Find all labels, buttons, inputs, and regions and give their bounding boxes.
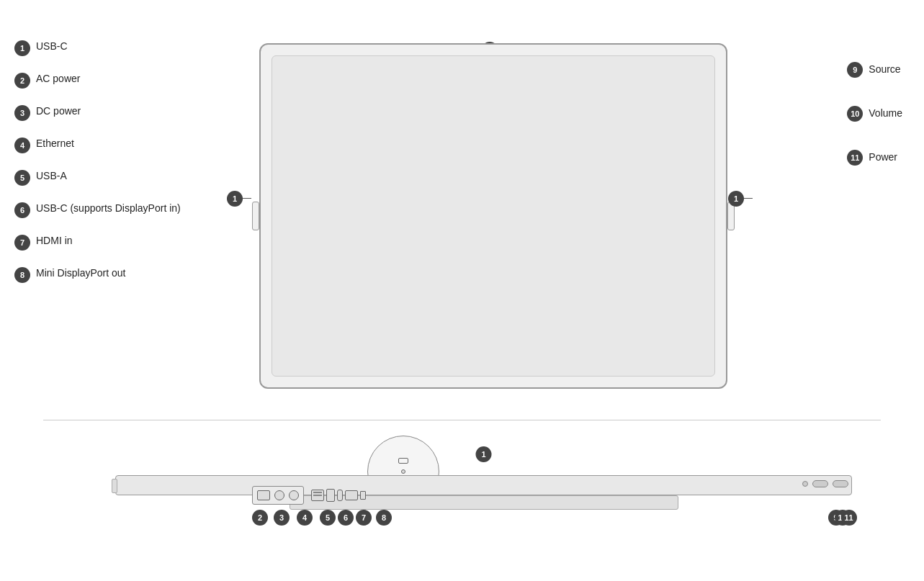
label-7: 7 HDMI in bbox=[14, 234, 181, 251]
badge-7: 7 bbox=[14, 235, 30, 251]
left-side-indicator bbox=[252, 202, 259, 230]
right-btn-2 bbox=[812, 480, 828, 487]
label-2: 2 AC power bbox=[14, 72, 181, 89]
bottom-section: 1 bbox=[0, 432, 924, 576]
bottom-diagram-badge-8: 8 bbox=[376, 510, 392, 526]
monitor-frame bbox=[259, 43, 727, 389]
bottom-diagram-badge-7: 7 bbox=[356, 510, 372, 526]
label-8: 8 Mini DisplayPort out bbox=[14, 266, 181, 283]
bottom-badge-item-11: 11 bbox=[848, 510, 849, 515]
left-edge-tab bbox=[112, 479, 117, 493]
diagram-badge-left: 1 bbox=[227, 191, 243, 207]
divider bbox=[43, 420, 881, 420]
right-btn-1 bbox=[802, 481, 808, 487]
dc-port-icon bbox=[274, 490, 284, 500]
page: 1 USB-C 2 AC power 3 DC power 4 Ethernet… bbox=[0, 0, 924, 581]
label-text-7: HDMI in bbox=[36, 234, 73, 247]
right-labels: 9 Source 10 Volume 11 Power bbox=[847, 61, 902, 166]
ac-port-icon bbox=[257, 490, 270, 500]
monitor-screen bbox=[272, 55, 715, 377]
badge-11: 11 bbox=[847, 150, 863, 166]
badge-5: 5 bbox=[14, 170, 30, 186]
badge-8: 8 bbox=[14, 267, 30, 283]
label-text-8: Mini DisplayPort out bbox=[36, 266, 126, 279]
top-section: 1 USB-C 2 AC power 3 DC power 4 Ethernet… bbox=[0, 11, 924, 414]
label-text-11: Power bbox=[869, 150, 897, 163]
label-6: 6 USB-C (supports DisplayPort in) bbox=[14, 202, 181, 218]
bottom-badge-item-5: 5 bbox=[318, 510, 338, 515]
label-text-9: Source bbox=[869, 63, 900, 76]
badge-9: 9 bbox=[847, 62, 863, 78]
ethernet-port-icon bbox=[311, 490, 324, 501]
monitor-diagram: 1 1 bbox=[245, 29, 735, 396]
bottom-badge-item-8: 8 bbox=[374, 510, 394, 515]
bottom-diagram-badge-5: 5 bbox=[320, 510, 336, 526]
label-4: 4 Ethernet bbox=[14, 137, 181, 153]
badge-3: 3 bbox=[14, 105, 30, 121]
badge-10: 10 bbox=[847, 106, 863, 122]
bottom-badge-item-2: 2 bbox=[248, 510, 272, 515]
label-text-2: AC power bbox=[36, 72, 80, 85]
right-edge-details bbox=[802, 480, 848, 487]
label-text-4: Ethernet bbox=[36, 137, 74, 150]
right-label-11: 11 Power bbox=[847, 149, 902, 166]
label-text-1: USB-C bbox=[36, 40, 68, 53]
label-text-10: Volume bbox=[869, 107, 902, 120]
right-label-10: 10 Volume bbox=[847, 105, 902, 122]
usbc-port-icon bbox=[337, 490, 343, 501]
label-text-3: DC power bbox=[36, 104, 81, 117]
minidp-port-icon bbox=[360, 491, 366, 500]
port-group-ac-dc bbox=[252, 486, 304, 505]
label-text-5: USB-A bbox=[36, 169, 67, 182]
bottom-diagram-badge-3: 3 bbox=[274, 510, 290, 526]
bottom-badges-row: 2 3 4 5 bbox=[248, 510, 394, 515]
bottom-badge-1-top: 1 bbox=[476, 446, 492, 462]
device-bar bbox=[115, 475, 852, 495]
bottom-right-badges: 9 10 11 bbox=[835, 510, 849, 515]
label-1: 1 USB-C bbox=[14, 40, 181, 56]
left-labels: 1 USB-C 2 AC power 3 DC power 4 Ethernet… bbox=[14, 40, 181, 283]
label-3: 3 DC power bbox=[14, 104, 181, 121]
right-callout-container: 1 bbox=[728, 198, 753, 199]
label-5: 5 USB-A bbox=[14, 169, 181, 186]
hdmi-port-icon bbox=[345, 490, 358, 500]
bottom-badge-item-7: 7 bbox=[354, 510, 374, 515]
bottom-badge-item-4: 4 bbox=[292, 510, 318, 515]
badge-4: 4 bbox=[14, 138, 30, 153]
bottom-top-callout: 1 bbox=[483, 446, 484, 459]
bottom-diagram-badge-2: 2 bbox=[252, 510, 268, 526]
bottom-badge-item-6: 6 bbox=[338, 510, 354, 515]
bottom-diagram-badge-6: 6 bbox=[338, 510, 354, 526]
bottom-badge-item-3: 3 bbox=[272, 510, 292, 515]
left-callout-container: 1 bbox=[227, 198, 251, 199]
usba-port-icon bbox=[326, 489, 335, 502]
port-section bbox=[252, 486, 366, 505]
badge-2: 2 bbox=[14, 73, 30, 89]
bottom-diagram-badge-4: 4 bbox=[297, 510, 313, 526]
diagram-badge-right: 1 bbox=[728, 191, 744, 207]
right-label-9: 9 Source bbox=[847, 61, 902, 78]
badge-6: 6 bbox=[14, 202, 30, 218]
label-text-6: USB-C (supports DisplayPort in) bbox=[36, 202, 181, 215]
dc-port-icon-2 bbox=[289, 490, 299, 500]
right-btn-3 bbox=[833, 480, 848, 487]
bottom-diagram-badge-11: 11 bbox=[841, 510, 857, 526]
badge-1: 1 bbox=[14, 40, 30, 56]
